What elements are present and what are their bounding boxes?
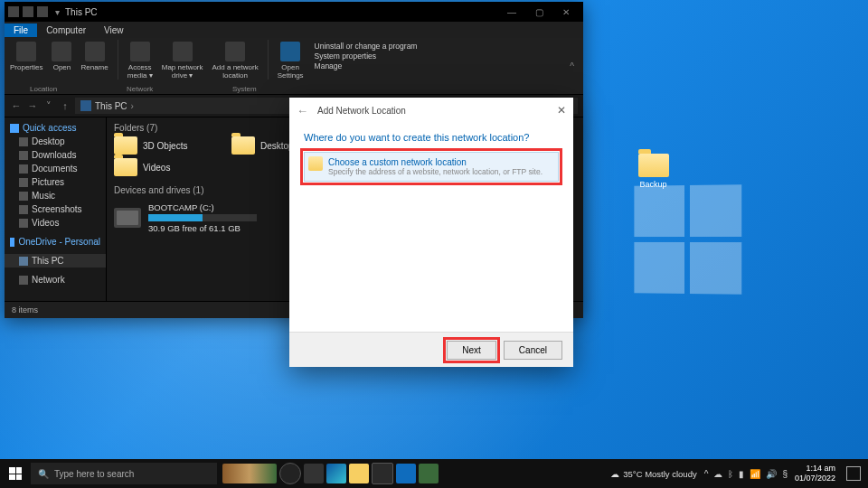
wizard-body: Where do you want to create this network… [289,123,573,332]
ribbon: Properties Open Rename Access media ▾ Ma… [5,38,583,95]
wizard-back-button[interactable]: ← [297,104,308,117]
action-center-icon[interactable] [846,466,861,481]
ribbon-map-drive[interactable]: Map network drive ▾ [160,40,205,80]
maximize-button[interactable]: ▢ [525,7,552,17]
folder-icon [308,156,323,171]
folder-3d-objects[interactable]: 3D Objects [114,136,213,155]
sidebar-onedrive[interactable]: OneDrive - Personal [5,235,106,249]
folder-icon [19,219,28,228]
weather-icon: ☁ [610,469,619,479]
ribbon-tabs: File Computer View [5,22,583,38]
folder-icon [19,151,28,160]
volume-icon[interactable]: 🔊 [766,469,777,479]
next-button[interactable]: Next [447,341,496,360]
ribbon-rename[interactable]: Rename [79,40,109,71]
sidebar-item-desktop[interactable]: Desktop [5,135,106,148]
desktop-icon-backup[interactable]: Backup [628,154,678,189]
explorer-dropdown-icon[interactable]: ▾ [55,7,60,17]
option-title: Choose a custom network location [328,157,551,167]
ribbon-manage[interactable]: Manage [315,61,418,70]
ribbon-open-settings[interactable]: Open Settings [276,40,306,80]
add-network-location-wizard: ← Add Network Location ✕ Where do you wa… [289,98,573,367]
desktop-icon-label: Backup [628,180,678,189]
taskbar[interactable]: 🔍Type here to search ☁35°C Mostly cloudy… [0,459,868,488]
nav-up-button[interactable]: ↑ [59,100,71,111]
ribbon-system-properties[interactable]: System properties [315,52,418,61]
sidebar-network[interactable]: Network [5,273,106,286]
this-pc-icon [80,100,91,111]
ribbon-separator [268,40,269,80]
battery-icon[interactable]: ▮ [739,469,744,479]
wizard-header[interactable]: ← Add Network Location ✕ [289,98,573,123]
cancel-button[interactable]: Cancel [504,341,562,360]
taskbar-search-input[interactable]: 🔍Type here to search [31,463,217,484]
pc-icon [19,257,28,266]
sidebar-item-pictures[interactable]: Pictures [5,175,106,189]
sidebar-item-videos[interactable]: Videos [5,216,106,230]
nav-back-button[interactable]: ← [10,100,23,111]
explorer-titlebar[interactable]: ▾ This PC — ▢ ✕ [5,2,583,22]
window-title: This PC [65,7,498,17]
ribbon-properties[interactable]: Properties [8,40,44,71]
start-button[interactable] [0,467,31,480]
tab-view[interactable]: View [95,23,133,37]
folder-icon [19,205,28,214]
sidebar-this-pc[interactable]: This PC [5,254,106,267]
windows-logo-wallpaper [634,184,741,295]
folder-videos[interactable]: Videos [114,158,213,176]
drive-icon [114,208,141,228]
sidebar-quick-access[interactable]: Quick access [5,121,106,135]
windows-icon [9,467,22,480]
folder-icon [19,164,28,174]
tray-icons[interactable]: ^ ☁ ᛒ ▮ 📶 🔊 § [704,469,788,479]
bluetooth-icon[interactable]: ᛒ [728,469,733,479]
ribbon-separator [118,40,118,80]
star-icon [10,124,19,133]
close-button[interactable]: ✕ [552,7,580,17]
chevron-right-icon[interactable]: › [131,101,134,111]
sidebar-item-downloads[interactable]: Downloads [5,148,106,162]
task-view-icon[interactable] [304,464,324,483]
ribbon-add-network-location[interactable]: Add a network location [211,40,260,80]
sidebar-item-documents[interactable]: Documents [5,162,106,175]
option-description: Specify the address of a website, networ… [328,167,551,176]
ribbon-uninstall[interactable]: Uninstall or change a program [315,42,418,51]
chevron-up-icon[interactable]: ^ [704,469,709,479]
language-indicator[interactable]: § [782,469,788,479]
breadcrumb[interactable]: This PC [95,101,127,111]
sidebar-item-screenshots[interactable]: Screenshots [5,202,106,216]
cortana-icon[interactable] [279,463,301,484]
folder-icon [19,137,28,146]
sidebar-item-music[interactable]: Music [5,189,106,202]
navigation-pane[interactable]: Quick access Desktop Downloads Documents… [5,117,107,301]
option-custom-network-location[interactable]: Choose a custom network location Specify… [304,152,559,182]
ribbon-group-label-network: Network [127,85,153,93]
quick-access-toolbar[interactable] [8,6,48,17]
ribbon-group-label-location: Location [30,85,57,93]
store-icon[interactable] [372,463,393,484]
taskbar-apps [222,463,439,484]
onedrive-tray-icon[interactable]: ☁ [713,469,722,479]
wizard-close-button[interactable]: ✕ [557,104,566,117]
file-explorer-icon[interactable] [349,464,369,483]
nav-forward-button[interactable]: → [26,100,39,111]
ribbon-open[interactable]: Open [50,40,73,71]
folder-icon [19,192,28,201]
drive-free-text: 30.9 GB free of 61.1 GB [148,223,257,233]
mail-icon[interactable] [396,464,416,483]
ribbon-collapse-icon[interactable]: ^ [570,61,580,71]
tab-computer[interactable]: Computer [37,23,95,37]
wifi-icon[interactable]: 📶 [750,469,760,479]
ribbon-group-label-system: System [232,85,257,93]
taskbar-thumbnail[interactable] [222,464,277,483]
clock[interactable]: 1:14 am 01/07/2022 [795,464,839,483]
ribbon-access-media[interactable]: Access media ▾ [126,40,155,80]
weather-widget[interactable]: ☁35°C Mostly cloudy [610,469,696,479]
tab-file[interactable]: File [5,23,37,37]
edge-icon[interactable] [326,464,346,483]
nav-recent-button[interactable]: ˅ [42,100,55,112]
app-icon[interactable] [419,464,439,483]
minimize-button[interactable]: — [498,7,525,17]
drive-usage-bar [148,214,257,221]
folder-icon [19,178,28,187]
